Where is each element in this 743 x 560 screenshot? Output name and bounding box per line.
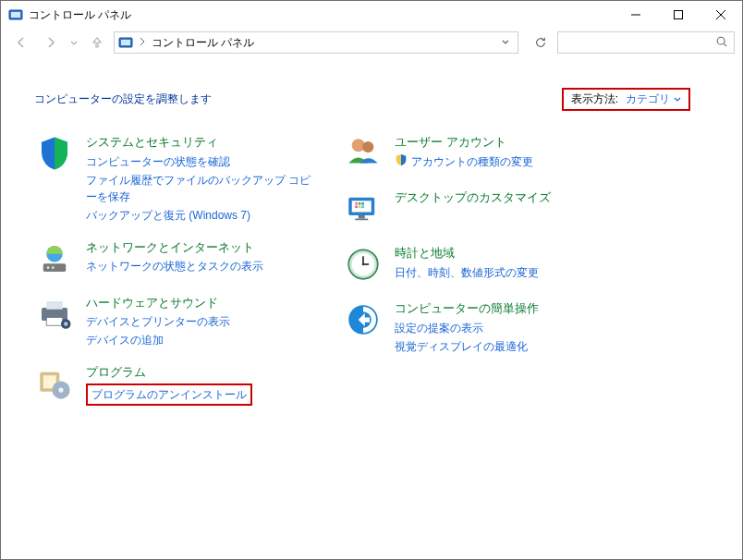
chevron-right-icon — [139, 36, 146, 49]
link-check-computer-status[interactable]: コンピューターの状態を確認 — [86, 153, 311, 170]
recent-locations-dropdown[interactable] — [67, 30, 80, 55]
uac-shield-icon — [395, 153, 408, 169]
category-title[interactable]: システムとセキュリティ — [86, 135, 311, 150]
category-clock-region: 時計と地域 日付、時刻、数値形式の変更 — [343, 244, 629, 285]
svg-rect-7 — [121, 40, 130, 45]
refresh-button[interactable] — [528, 30, 554, 55]
svg-rect-29 — [361, 202, 364, 205]
printer-icon — [34, 294, 75, 335]
link-network-status-tasks[interactable]: ネットワークの状態とタスクの表示 — [86, 258, 263, 274]
category-column-right: ユーザー アカウント アカウントの種類の変更 — [343, 133, 629, 406]
category-title[interactable]: 時計と地域 — [395, 246, 539, 261]
svg-point-12 — [47, 266, 50, 269]
category-grid: システムとセキュリティ コンピューターの状態を確認 ファイル履歴でファイルのバッ… — [34, 133, 709, 406]
svg-point-39 — [362, 263, 365, 266]
link-file-history-backup[interactable]: ファイル履歴でファイルのバックアップ コピーを保存 — [86, 172, 311, 205]
category-hardware-sound: ハードウェアとサウンド デバイスとプリンターの表示 デバイスの追加 — [34, 294, 311, 349]
appearance-icon — [343, 189, 384, 229]
link-change-account-type[interactable]: アカウントの種類の変更 — [411, 153, 533, 170]
search-icon — [715, 35, 728, 51]
category-title[interactable]: ユーザー アカウント — [395, 135, 533, 150]
address-bar[interactable]: コントロール パネル — [114, 31, 518, 54]
link-uninstall-program[interactable]: プログラムのアンインストール — [86, 383, 252, 406]
programs-icon — [34, 363, 75, 404]
svg-point-18 — [64, 322, 67, 325]
category-ease-of-access: コンピューターの簡単操作 設定の提案の表示 視覚ディスプレイの最適化 — [343, 299, 629, 355]
category-title[interactable]: ハードウェアとサウンド — [86, 296, 230, 310]
user-accounts-icon — [343, 133, 384, 174]
svg-rect-34 — [355, 219, 368, 221]
header-row: コンピューターの設定を調整します 表示方法: カテゴリ — [34, 88, 709, 111]
svg-rect-32 — [361, 206, 364, 209]
category-title[interactable]: コンピューターの簡単操作 — [395, 301, 539, 316]
view-by-label: 表示方法: — [571, 91, 618, 107]
clock-icon — [343, 244, 384, 285]
chevron-down-icon — [674, 96, 681, 103]
search-input[interactable] — [564, 35, 715, 50]
svg-rect-31 — [359, 206, 361, 209]
svg-line-9 — [724, 43, 726, 46]
control-panel-icon — [8, 7, 23, 22]
category-title[interactable]: ネットワークとインターネット — [86, 240, 263, 255]
svg-rect-27 — [355, 202, 358, 205]
svg-rect-15 — [46, 301, 63, 310]
link-backup-restore-win7[interactable]: バックアップと復元 (Windows 7) — [86, 207, 311, 224]
search-box[interactable] — [557, 31, 735, 54]
link-view-devices-printers[interactable]: デバイスとプリンターの表示 — [86, 313, 230, 330]
up-button[interactable] — [84, 30, 110, 55]
page-heading: コンピューターの設定を調整します — [34, 91, 212, 107]
minimize-button[interactable] — [615, 1, 657, 29]
svg-point-22 — [58, 388, 63, 393]
category-system-security: システムとセキュリティ コンピューターの状態を確認 ファイル履歴でファイルのバッ… — [34, 133, 311, 224]
category-appearance: デスクトップのカスタマイズ — [343, 189, 629, 229]
navbar: コントロール パネル — [1, 29, 742, 62]
address-history-dropdown[interactable] — [497, 36, 514, 49]
ease-of-access-icon — [343, 299, 384, 340]
view-by-value: カテゴリ — [626, 91, 670, 107]
titlebar: コントロール パネル — [1, 1, 742, 29]
category-network-internet: ネットワークとインターネット ネットワークの状態とタスクの表示 — [34, 238, 311, 279]
network-icon — [34, 238, 75, 279]
control-panel-icon — [118, 35, 133, 50]
link-setting-suggestions[interactable]: 設定の提案の表示 — [395, 320, 539, 336]
svg-point-24 — [362, 141, 373, 152]
link-add-device[interactable]: デバイスの追加 — [86, 332, 230, 348]
forward-button[interactable] — [38, 30, 64, 55]
svg-point-13 — [52, 266, 55, 269]
svg-rect-3 — [675, 11, 683, 19]
category-programs: プログラム プログラムのアンインストール — [34, 363, 311, 406]
svg-point-8 — [717, 37, 725, 44]
category-column-left: システムとセキュリティ コンピューターの状態を確認 ファイル履歴でファイルのバッ… — [34, 133, 311, 406]
window: コントロール パネル コントロール パネル — [0, 0, 743, 560]
svg-rect-28 — [359, 202, 361, 205]
close-button[interactable] — [700, 1, 742, 29]
category-title[interactable]: プログラム — [86, 365, 252, 380]
svg-rect-11 — [43, 263, 67, 272]
svg-rect-33 — [359, 215, 365, 219]
window-controls — [615, 1, 742, 29]
breadcrumb[interactable]: コントロール パネル — [152, 35, 254, 51]
view-by-box: 表示方法: カテゴリ — [562, 88, 690, 111]
svg-rect-1 — [11, 12, 20, 18]
shield-icon — [34, 133, 75, 174]
maximize-button[interactable] — [657, 1, 700, 29]
link-optimize-visual-display[interactable]: 視覚ディスプレイの最適化 — [395, 338, 539, 355]
window-title: コントロール パネル — [29, 7, 131, 23]
svg-rect-30 — [355, 206, 358, 209]
titlebar-left: コントロール パネル — [1, 7, 131, 23]
svg-rect-16 — [46, 317, 63, 325]
content-area: コンピューターの設定を調整します 表示方法: カテゴリ システムとセキュリティ — [1, 62, 742, 406]
link-change-date-time-format[interactable]: 日付、時刻、数値形式の変更 — [395, 264, 539, 281]
back-button[interactable] — [8, 30, 34, 55]
view-by-dropdown[interactable]: カテゴリ — [626, 91, 681, 107]
category-user-accounts: ユーザー アカウント アカウントの種類の変更 — [343, 133, 629, 174]
category-title[interactable]: デスクトップのカスタマイズ — [395, 190, 551, 205]
